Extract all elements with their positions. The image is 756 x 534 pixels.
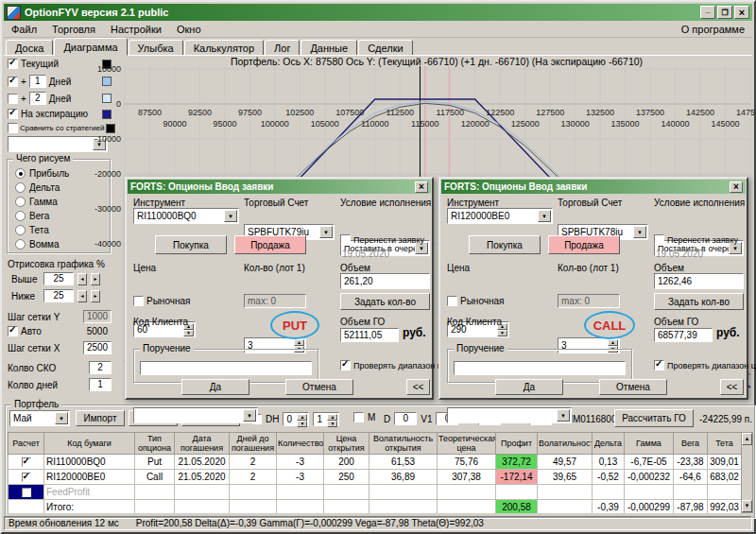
above-field[interactable]: 25 bbox=[43, 272, 74, 285]
plus1-checkbox[interactable] bbox=[8, 77, 18, 87]
sell-button[interactable]: Продажа bbox=[548, 235, 620, 254]
spin-up-icon[interactable] bbox=[294, 339, 304, 346]
buy-button[interactable]: Покупка bbox=[469, 235, 541, 254]
market-checkbox[interactable] bbox=[133, 296, 144, 306]
order-note-input[interactable] bbox=[454, 361, 626, 375]
chevron-down-icon[interactable] bbox=[224, 210, 237, 222]
sell-button[interactable]: Продажа bbox=[234, 235, 306, 254]
tick-label: -10000 bbox=[94, 134, 121, 144]
set-qty-button[interactable]: Задать кол-во bbox=[654, 293, 744, 310]
tab-log[interactable]: Лог bbox=[265, 40, 300, 56]
title-bar[interactable]: OptionFYV версия 2.1 public bbox=[4, 4, 752, 21]
calc-go-button[interactable]: Рассчитать ГО bbox=[614, 409, 694, 427]
instrument-combo[interactable]: RI110000BQ0 bbox=[133, 208, 239, 224]
set-qty-button[interactable]: Задать кол-во bbox=[340, 293, 430, 310]
radio-gamma[interactable] bbox=[15, 197, 26, 207]
close-icon[interactable] bbox=[415, 181, 428, 193]
below-field[interactable]: 25 bbox=[43, 289, 74, 302]
d-field[interactable]: 0 bbox=[394, 412, 417, 425]
order-note-input[interactable] bbox=[140, 361, 312, 375]
menu-window[interactable]: Окно bbox=[169, 23, 209, 36]
tab-board[interactable]: Доска bbox=[6, 40, 53, 56]
collapse-button[interactable]: << bbox=[720, 379, 744, 395]
radio-vega[interactable] bbox=[15, 211, 26, 221]
yes-button[interactable]: Да bbox=[495, 379, 563, 395]
spin-down-icon[interactable] bbox=[327, 421, 337, 427]
plus1-days-field[interactable]: 1 bbox=[29, 75, 46, 88]
row-select-cell[interactable] bbox=[9, 485, 44, 500]
chevron-down-icon[interactable] bbox=[538, 210, 551, 222]
row-checkbox[interactable] bbox=[22, 457, 31, 467]
dh-spinner-1[interactable]: 0 bbox=[283, 412, 309, 426]
row-select-cell[interactable] bbox=[9, 455, 44, 470]
compare-strategy-checkbox[interactable] bbox=[8, 123, 18, 133]
maximize-button[interactable] bbox=[717, 6, 732, 19]
row-checkbox[interactable] bbox=[22, 488, 31, 497]
row-checkbox[interactable] bbox=[22, 473, 31, 482]
row-select-cell[interactable] bbox=[9, 500, 44, 514]
tab-data[interactable]: Данные bbox=[301, 40, 357, 56]
spin-down-icon[interactable] bbox=[297, 421, 307, 427]
menu-trade[interactable]: Торговля bbox=[44, 23, 103, 36]
m-checkbox[interactable] bbox=[353, 412, 364, 422]
check-price-range-checkbox[interactable] bbox=[654, 360, 664, 370]
table-scrollbar[interactable]: ▲ ▼ bbox=[741, 432, 753, 513]
tab-smile[interactable]: Улыбка bbox=[129, 40, 183, 56]
plus2-days-field[interactable]: 2 bbox=[29, 92, 46, 105]
instrument-combo[interactable]: RI120000BE0 bbox=[447, 208, 553, 224]
chevron-down-icon[interactable] bbox=[633, 226, 646, 238]
menu-settings[interactable]: Настройки bbox=[103, 23, 169, 36]
close-button[interactable] bbox=[734, 6, 749, 19]
tab-calculator[interactable]: Калькулятор bbox=[184, 40, 264, 56]
buy-button[interactable]: Покупка bbox=[155, 235, 227, 254]
menu-about[interactable]: О программе bbox=[674, 23, 752, 36]
client-code-combo[interactable] bbox=[447, 407, 572, 423]
scroll-up-icon[interactable]: ▲ bbox=[742, 433, 752, 445]
dh-spinner-2[interactable]: 1 bbox=[313, 412, 339, 426]
spin-down-icon[interactable] bbox=[497, 330, 507, 336]
market-checkbox[interactable] bbox=[447, 296, 457, 306]
table-cell: 39,65 bbox=[538, 470, 593, 485]
import-button[interactable]: Импорт bbox=[76, 410, 125, 426]
dialog-title-bar[interactable]: FORTS: Опционы Ввод заявки bbox=[441, 180, 746, 194]
current-checkbox[interactable] bbox=[8, 59, 18, 69]
yes-button[interactable]: Да bbox=[181, 379, 249, 395]
chevron-down-icon[interactable] bbox=[557, 409, 570, 422]
tab-diagram[interactable]: Диаграмма bbox=[54, 38, 127, 56]
auto-checkbox[interactable] bbox=[8, 326, 18, 336]
chevron-down-icon[interactable] bbox=[319, 226, 333, 238]
below-decrement-icon[interactable]: ◂ bbox=[77, 290, 87, 302]
radio-delta[interactable] bbox=[15, 182, 26, 193]
tab-deals[interactable]: Сделки bbox=[358, 40, 413, 56]
minimize-button[interactable] bbox=[700, 6, 715, 19]
cancel-button[interactable]: Отмена bbox=[285, 379, 353, 395]
dialog-title-bar[interactable]: FORTS: Опционы Ввод заявки bbox=[128, 180, 431, 194]
radio-theta[interactable] bbox=[15, 225, 26, 235]
spin-up-icon[interactable] bbox=[327, 414, 337, 421]
radio-profit[interactable] bbox=[15, 168, 26, 179]
scroll-down-icon[interactable]: ▼ bbox=[742, 500, 752, 512]
chevron-down-icon[interactable] bbox=[243, 409, 256, 422]
client-code-combo[interactable] bbox=[133, 407, 258, 423]
close-icon[interactable] bbox=[730, 181, 743, 193]
menu-file[interactable]: Файл bbox=[4, 23, 44, 36]
above-decrement-icon[interactable]: ◂ bbox=[77, 273, 87, 285]
collapse-button[interactable]: << bbox=[406, 379, 430, 395]
spin-down-icon[interactable] bbox=[183, 330, 194, 336]
client-code-label: Код Клиента bbox=[447, 317, 502, 327]
spin-up-icon[interactable] bbox=[608, 339, 618, 346]
spin-up-icon[interactable] bbox=[297, 414, 307, 421]
transfer-order-checkbox[interactable] bbox=[340, 234, 351, 245]
plus2-checkbox[interactable] bbox=[8, 94, 18, 104]
tick-label: 125000 bbox=[511, 119, 540, 129]
check-price-range-checkbox[interactable] bbox=[340, 360, 351, 370]
dialog-title: FORTS: Опционы Ввод заявки bbox=[130, 181, 273, 192]
radio-vomma[interactable] bbox=[15, 239, 26, 250]
row-select-cell[interactable] bbox=[9, 470, 44, 485]
month-combo[interactable]: Май bbox=[9, 410, 70, 426]
table-cell: 2 bbox=[230, 470, 277, 485]
chevron-down-icon[interactable] bbox=[55, 412, 68, 424]
cancel-button[interactable]: Отмена bbox=[599, 379, 667, 395]
expiry-checkbox[interactable] bbox=[8, 109, 18, 119]
transfer-order-checkbox[interactable] bbox=[654, 234, 664, 245]
